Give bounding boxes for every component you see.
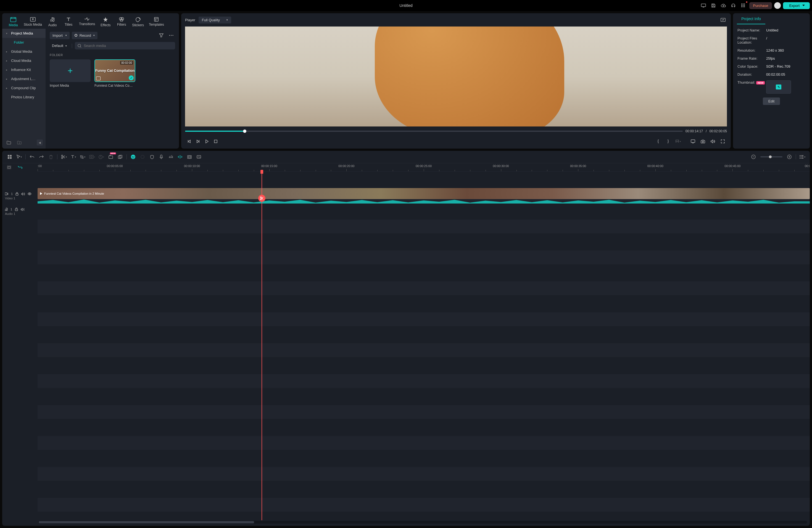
snapshot-icon[interactable] — [699, 137, 707, 145]
prev-frame-button[interactable] — [185, 137, 193, 145]
split-at-playhead-button[interactable] — [258, 195, 265, 202]
media-clip-item[interactable]: Funny Cat Compilation 00:02:00 ✓ Funnies… — [95, 59, 135, 88]
tab-stickers[interactable]: Stickers — [130, 15, 146, 29]
eye-icon[interactable] — [28, 192, 31, 195]
sidebar-item-global-media[interactable]: ▸Global Media — [2, 47, 46, 56]
mark-in-button[interactable]: { — [654, 137, 662, 145]
sort-dropdown[interactable]: Default▾ — [50, 43, 69, 49]
track-options-button[interactable]: ▾ — [798, 153, 807, 161]
mute-icon[interactable] — [21, 208, 24, 211]
more-icon[interactable] — [168, 31, 175, 39]
sidebar-item-project-media[interactable]: ▾Project Media — [2, 29, 46, 38]
shield-tool[interactable] — [148, 153, 156, 161]
tab-titles[interactable]: Titles — [61, 15, 76, 29]
speed-tool: ▾ — [97, 153, 105, 161]
text-tool[interactable]: ▾ — [69, 153, 77, 161]
import-button[interactable]: Import▾ — [50, 32, 70, 39]
sidebar-item-cloud-media[interactable]: ▸Cloud Media — [2, 56, 46, 65]
record-button[interactable]: Record▾ — [72, 32, 98, 39]
split-tool[interactable]: ▾ — [60, 153, 68, 161]
mark-out-button[interactable]: } — [664, 137, 672, 145]
mute-icon[interactable] — [21, 192, 25, 195]
sidebar-item-photos-library[interactable]: Photos Library — [2, 92, 46, 102]
playhead[interactable] — [262, 172, 262, 520]
search-input[interactable] — [84, 44, 172, 48]
svg-rect-7 — [741, 6, 742, 7]
lock-icon[interactable] — [15, 192, 18, 195]
project-info-tab[interactable]: Project Info — [737, 13, 765, 24]
undo-tool[interactable] — [28, 153, 36, 161]
marker-tool[interactable] — [185, 153, 193, 161]
marker-button[interactable]: ▾ — [674, 137, 682, 145]
chevron-down-icon — [802, 5, 805, 6]
sidebar-item-folder[interactable]: Folder — [2, 38, 46, 47]
thumbnail-edit-button[interactable]: ✎ — [766, 80, 791, 93]
lock-icon[interactable] — [15, 208, 18, 211]
svg-rect-23 — [691, 140, 695, 143]
zoom-in-button[interactable] — [785, 153, 794, 161]
select-tool[interactable]: ▾ — [15, 153, 23, 161]
total-time: 00:02:00:05 — [710, 129, 727, 133]
sidebar-item-compound-clip[interactable]: ▸Compound Clip — [2, 84, 46, 92]
next-frame-button[interactable] — [194, 137, 202, 145]
caption-tool[interactable] — [195, 153, 203, 161]
svg-rect-5 — [743, 5, 743, 6]
magnetic-tool[interactable] — [176, 153, 184, 161]
tab-filters[interactable]: Filters — [114, 15, 129, 29]
new-folder-icon[interactable] — [5, 138, 13, 146]
tab-stock-media[interactable]: Stock Media — [21, 15, 44, 29]
fullscreen-icon[interactable] — [719, 137, 727, 145]
tab-audio[interactable]: Audio — [45, 15, 60, 29]
zoom-out-button[interactable] — [749, 153, 758, 161]
timeline-tracks[interactable]: Funniest Cat Videos Compilation in 2 Min… — [38, 172, 810, 520]
sidebar-item-adjustment-layer[interactable]: ▸Adjustment L… — [2, 74, 46, 84]
collapse-sidebar-button[interactable]: ◀ — [37, 140, 43, 146]
audio-mix-tool[interactable] — [166, 153, 175, 161]
support-icon[interactable] — [729, 2, 737, 10]
display-settings-icon[interactable] — [689, 137, 697, 145]
svg-rect-22 — [214, 140, 217, 143]
tab-templates[interactable]: Templates — [147, 15, 166, 29]
stop-button[interactable] — [212, 137, 220, 145]
svg-rect-47 — [800, 155, 801, 156]
tab-effects[interactable]: Effects — [98, 15, 113, 29]
list-icon[interactable] — [15, 138, 23, 146]
cloud-icon[interactable] — [720, 2, 727, 10]
video-track-header[interactable]: 1 Video 1 — [2, 187, 38, 204]
display-icon[interactable] — [700, 2, 707, 10]
group-tool[interactable] — [116, 153, 124, 161]
voiceover-tool[interactable] — [157, 153, 165, 161]
apps-icon[interactable] — [739, 2, 747, 10]
import-media-tile[interactable]: + Import Media — [50, 59, 91, 88]
filter-icon[interactable] — [157, 31, 165, 39]
color-tool[interactable]: NEW — [106, 153, 115, 161]
crop-tool[interactable]: ▾ — [78, 153, 87, 161]
video-preview[interactable] — [185, 27, 727, 127]
save-icon[interactable] — [710, 2, 717, 10]
layout-tool[interactable] — [5, 153, 14, 161]
link-toggle-icon[interactable] — [16, 163, 24, 171]
search-box[interactable] — [75, 42, 175, 49]
audio-track-header[interactable]: 1 Audio 1 — [2, 204, 38, 218]
timeline-hscroll[interactable] — [38, 521, 807, 524]
edit-button[interactable]: Edit — [763, 98, 780, 105]
tab-transitions[interactable]: Transitions — [77, 15, 97, 29]
ai-tool[interactable] — [129, 153, 137, 161]
compare-icon[interactable] — [719, 16, 727, 24]
export-button[interactable]: Export — [783, 2, 810, 9]
redo-tool[interactable] — [37, 153, 46, 161]
purchase-button[interactable]: Purchase — [749, 2, 772, 9]
user-avatar[interactable] — [774, 2, 781, 9]
video-clip[interactable]: Funniest Cat Videos Compilation in 2 Min… — [38, 188, 810, 199]
zoom-slider[interactable] — [760, 156, 782, 157]
tab-media[interactable]: Media — [5, 15, 21, 29]
svg-point-24 — [702, 141, 704, 142]
sidebar-item-influence-kit[interactable]: ▸Influence Kit — [2, 65, 46, 74]
volume-icon[interactable] — [709, 137, 717, 145]
play-button[interactable] — [203, 137, 211, 145]
seek-bar[interactable] — [185, 131, 683, 132]
video-icon — [5, 192, 8, 195]
quality-dropdown[interactable]: Full Quality▾ — [199, 17, 231, 24]
timeline-view-icon[interactable] — [5, 163, 13, 171]
timeline-ruler[interactable]: :00:0000:00:05:0000:00:10:0000:00:15:000… — [38, 163, 810, 172]
